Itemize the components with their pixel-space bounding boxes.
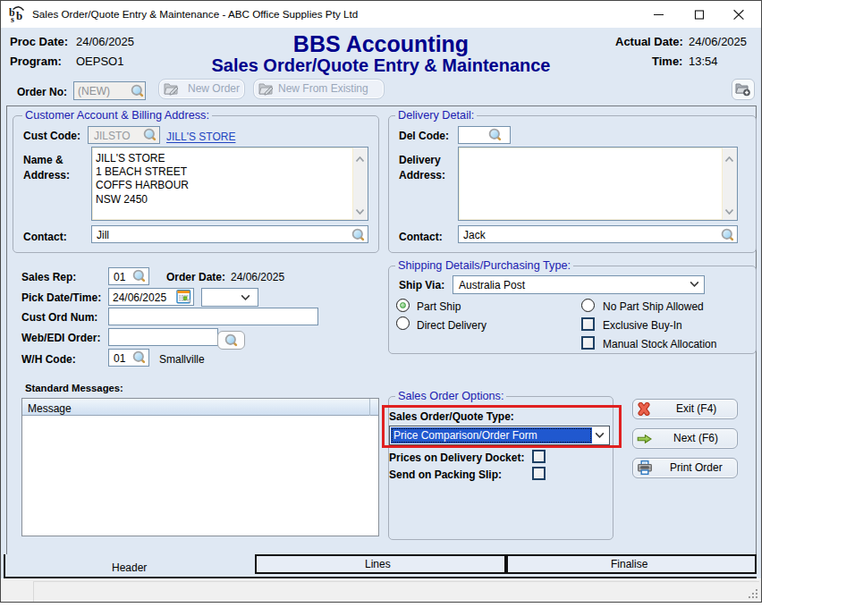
svg-text:b: b [16, 9, 22, 22]
svg-text:s: s [11, 14, 14, 24]
